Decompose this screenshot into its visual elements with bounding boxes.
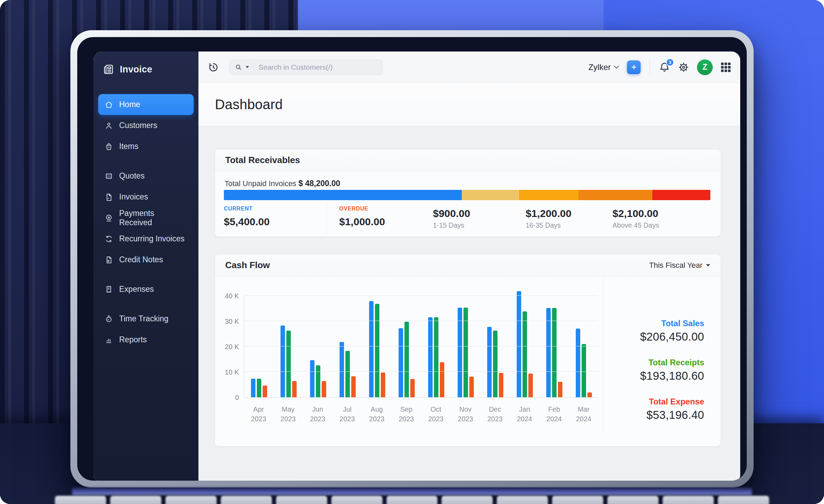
org-switcher[interactable]: Zylker (588, 62, 619, 72)
sales-bar (369, 301, 374, 397)
keyboard-keys (52, 496, 772, 504)
sales-bar (428, 317, 433, 397)
apps-grid-button[interactable] (720, 62, 731, 73)
sidebar-item-time-tracking[interactable]: Time Tracking (98, 308, 194, 329)
total-total-receipts: Total Receipts $193,180.60 (594, 357, 704, 383)
receipts-bar (345, 351, 350, 397)
sidebar-menu-group: Time TrackingReports (98, 308, 194, 350)
expenses-icon (104, 285, 113, 294)
sidebar-item-customers[interactable]: Customers (98, 115, 194, 136)
sidebar-item-label: Invoices (119, 192, 148, 202)
receivables-aging-bar (224, 190, 710, 200)
laptop-hinge (72, 488, 752, 495)
sidebar: Invoice HomeCustomersItemsQuotesInvoices… (93, 51, 198, 481)
fiscal-year-filter[interactable]: This Fiscal Year (649, 261, 710, 270)
expense-bar (410, 379, 415, 397)
notification-count-badge: 3 (666, 58, 674, 66)
sidebar-item-label: Recurring Invoices (119, 234, 184, 243)
x-tick-label: Apr2023 (244, 404, 273, 424)
y-tick-label: 20 K (225, 343, 239, 351)
gridline (244, 346, 598, 346)
sales-bar (281, 325, 285, 397)
sidebar-item-label: Credit Notes (119, 255, 163, 264)
bar-group-jan-2024 (510, 296, 539, 397)
sidebar-item-recurring-invoices[interactable]: Recurring Invoices (98, 228, 194, 249)
topbar: Zylker (198, 51, 740, 83)
stat-sublabel: 1-15 Days (433, 221, 464, 229)
page-header: Dashboard (198, 83, 740, 126)
total-unpaid-amount: $ 48,200.00 (298, 179, 340, 188)
sidebar-item-items[interactable]: Items (98, 136, 194, 157)
avatar[interactable]: Z (697, 59, 713, 75)
receipts-bar (552, 308, 557, 397)
gridline (244, 321, 598, 321)
search-scope-caret-icon[interactable] (245, 66, 249, 68)
sidebar-item-invoices[interactable]: Invoices (98, 186, 194, 207)
search-icon (234, 63, 242, 71)
notifications-button[interactable]: 3 (659, 61, 670, 73)
fiscal-year-filter-label: This Fiscal Year (649, 261, 702, 270)
bar-group-feb-2024 (539, 296, 569, 397)
stats-divider (327, 204, 327, 234)
search-divider (254, 63, 254, 72)
sidebar-item-quotes[interactable]: Quotes (98, 165, 194, 186)
sales-bar (310, 360, 314, 397)
bar-group-apr-2023 (244, 296, 274, 397)
total-total-expense: Total Expense $53,196.40 (594, 396, 704, 423)
stat-sublabel: Above 45 Days (613, 221, 659, 229)
aging-segment-overdue-45plus (652, 190, 710, 200)
caret-down-icon (706, 264, 710, 267)
main-content: Dashboard Total Receivables Total Unpaid… (198, 83, 740, 481)
x-tick-label: Feb2024 (539, 404, 569, 424)
bar-group-sep-2023 (392, 296, 421, 397)
total-receivables-card: Total Receivables Total Unpaid Invoices … (215, 149, 721, 237)
total-unpaid-label: Total Unpaid Invoices (225, 179, 296, 188)
total-amount: $206,450.00 (594, 329, 704, 344)
settings-button[interactable] (678, 61, 689, 73)
x-tick-label: Nov2023 (451, 404, 480, 424)
y-tick-label: 30 K (225, 318, 239, 325)
sidebar-menu-group: QuotesInvoicesPayments ReceivedRecurring… (98, 165, 194, 270)
quick-add-button[interactable] (627, 60, 641, 74)
keyboard-key (55, 496, 106, 504)
keyboard-key (607, 496, 659, 504)
page-title: Dashboard (215, 97, 283, 112)
invoice-logo-icon (102, 63, 115, 76)
keyboard-key (276, 496, 327, 504)
sidebar-item-payments-received[interactable]: Payments Received (98, 207, 194, 228)
search-input[interactable] (259, 63, 377, 71)
keyboard-key (110, 496, 161, 504)
x-tick-label: Sep2023 (391, 404, 421, 424)
sales-bar (399, 328, 403, 397)
aging-segment-current (224, 190, 462, 200)
keyboard-key (442, 496, 493, 504)
keyboard-key (497, 496, 548, 504)
receipts-bar (523, 311, 527, 397)
x-tick-label: Dec2023 (480, 404, 510, 424)
sidebar-item-credit-notes[interactable]: Credit Notes (98, 249, 194, 270)
sidebar-item-reports[interactable]: Reports (98, 329, 194, 350)
gridline (244, 295, 598, 296)
bar-group-jul-2023 (333, 296, 362, 397)
keyboard-key (718, 496, 769, 504)
y-tick-label: 10 K (225, 368, 239, 376)
sidebar-item-expenses[interactable]: Expenses (98, 279, 194, 300)
sales-bar (251, 379, 255, 397)
receipts-bar (434, 317, 438, 397)
cashflow-bar-groups (244, 296, 598, 397)
x-tick-label: May2023 (273, 404, 303, 424)
sales-bar (458, 308, 462, 397)
sales-bar (487, 327, 492, 397)
sidebar-menu-group: HomeCustomersItems (98, 94, 194, 157)
time-tracking-icon (104, 314, 113, 323)
y-tick-label: 40 K (225, 292, 239, 300)
receipts-bar (257, 379, 261, 397)
recent-history-icon[interactable] (207, 61, 219, 73)
search-box[interactable] (229, 59, 382, 75)
total-amount: $53,196.40 (594, 407, 704, 423)
receivables-stats: CURRENT $5,400.00OVERDUE $1,000.00$900.0… (215, 200, 721, 237)
org-name: Zylker (588, 62, 611, 72)
keyboard-key (165, 496, 217, 504)
keyboard-key (663, 496, 714, 504)
sidebar-item-home[interactable]: Home (98, 94, 194, 115)
